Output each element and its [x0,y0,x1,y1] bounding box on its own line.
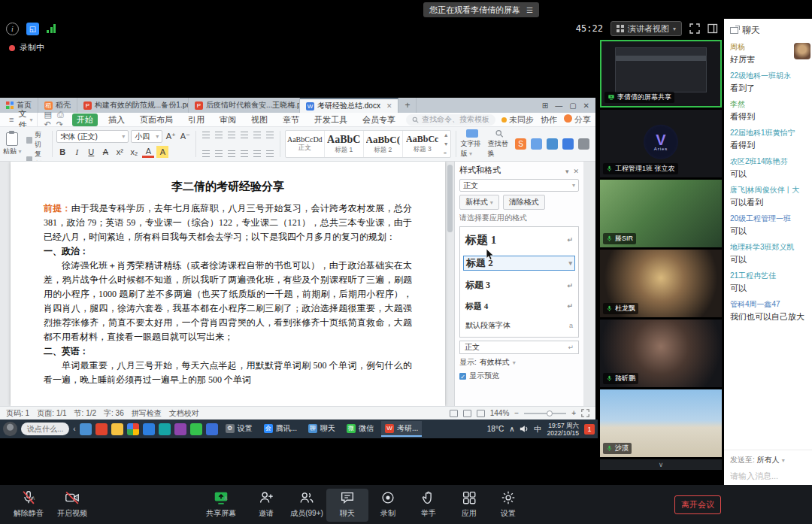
style-heading3[interactable]: AaBbCc标题 3 [403,131,442,157]
collapse-videos-button[interactable]: ∨ [600,459,722,470]
sync-status[interactable]: 未同步 [501,114,534,126]
menu-page-layout[interactable]: 页面布局 [135,114,177,126]
print-icon[interactable] [547,138,558,150]
new-style-button[interactable]: 新样式 ▾ [459,195,499,210]
document-scrollbar[interactable] [445,162,454,406]
shading-icon[interactable] [265,130,275,139]
app-icon[interactable] [159,423,171,435]
clear-format-button[interactable]: 清除格式 [503,195,545,210]
collab-button[interactable]: 协作 [541,114,557,126]
cut-button[interactable]: 剪切 [26,130,47,150]
app-icon[interactable] [206,423,218,435]
paragraph-mark-icon[interactable] [252,149,262,158]
taskbar-window-chat[interactable]: 聊聊天 [304,421,339,437]
share-screen-button[interactable]: ∧ 共享屏幕 [200,489,242,519]
tab-active-doc[interactable]: W考研经验总结.docx✕ [300,98,398,113]
fit-page-icon[interactable] [581,409,589,417]
start-video-button[interactable]: ∧ 开启视频 [51,489,93,519]
menu-section[interactable]: 章节 [278,114,304,126]
style-item-heading2[interactable]: 标题 2▾ [463,256,575,271]
folder-icon[interactable] [111,423,123,435]
app-icon[interactable] [190,423,202,435]
style-item-heading4[interactable]: 标题 4↵ [463,301,575,312]
share-button[interactable]: 分享 [564,114,591,126]
notification-badge[interactable]: 1 [584,424,595,435]
style-item-body[interactable]: 正文↵ [459,341,579,354]
font-size-select[interactable]: 小四▾ [131,130,162,143]
current-style-select[interactable]: 正文▾ [459,179,579,192]
style-heading2[interactable]: AaBbC(标题 2 [364,131,403,157]
status-spellcheck[interactable]: 拼写检查 [132,408,162,419]
raise-hand-button[interactable]: 举手 [408,489,450,519]
sogou-icon[interactable]: S [515,138,526,150]
network-signal-icon[interactable] [47,24,56,33]
chevron-up-icon[interactable]: ∧ [223,495,228,501]
align-left-icon[interactable] [201,149,211,158]
font-color-button[interactable]: A [142,146,154,158]
menu-references[interactable]: 引用 [183,114,209,126]
app-icon[interactable] [80,423,92,435]
indent-icon[interactable] [239,130,250,139]
participant-tile-dulongpiao[interactable]: 杜龙飘 [600,250,722,317]
paste-button[interactable]: 粘贴 ▾ [3,129,22,159]
taskbar-window-wechat[interactable]: 微微信 [343,421,377,437]
browser-icon[interactable] [127,423,139,435]
menu-start[interactable]: 开始 [72,114,98,126]
zoom-slider[interactable] [524,413,566,414]
more-tools-icon[interactable] [578,138,589,150]
text-typeset-button[interactable]: 文字排版 ▾ [460,129,483,159]
strikethrough-button[interactable]: A [99,146,111,158]
participant-tile-shamo[interactable]: 沙漠 [600,389,722,457]
increase-font-icon[interactable]: A⁺ [165,131,177,143]
underline-button[interactable]: U [85,146,97,158]
taskbar-clock[interactable]: 19:57 周六 2022/10/15 [547,422,579,437]
justify-icon[interactable] [239,149,250,158]
app-icon[interactable] [174,423,186,435]
gallery-down-icon[interactable]: ▼ [444,141,449,147]
pin-tool-icon[interactable] [531,138,542,150]
chat-button[interactable]: 聊天 [326,489,368,522]
status-words[interactable]: 字: 36 [104,408,124,419]
styles-show-filter[interactable]: 显示:有效样式▾ [459,357,579,368]
decrease-font-icon[interactable]: A⁻ [179,131,191,143]
ime-indicator[interactable]: 中 [534,424,541,435]
send-to-selector[interactable]: 发送至: 所有人 ▾ [730,455,806,465]
menu-review[interactable]: 审阅 [215,114,241,126]
banner-menu-icon[interactable]: ☰ [526,6,533,14]
status-proofing[interactable]: 文档校对 [169,408,199,419]
app-icon[interactable] [143,423,155,435]
align-center-icon[interactable] [214,149,224,158]
participant-tile-screen-share[interactable]: 李倩倩的屏幕共享 [600,40,722,108]
tray-expand-icon[interactable]: ∧ [509,425,514,433]
zoom-in-button[interactable]: + [571,409,576,417]
tab-pdf2[interactable]: P后疫情时代粮食安...王晓梅.pdf [189,98,300,113]
style-item-default-font[interactable]: 默认段落字体a [463,320,575,331]
volume-icon[interactable] [520,425,529,433]
avatar[interactable] [3,422,17,436]
style-normal[interactable]: AaBbCcDd正文 [286,131,325,157]
maximize-window-icon[interactable]: ▢ [569,101,576,110]
preview-checkbox[interactable]: ✓显示预览 [459,371,579,381]
participant-tile-tengsir[interactable]: 滕SIR [600,180,722,247]
superscript-button[interactable]: x² [114,146,126,158]
say-something-box[interactable]: 说点什么... [21,423,69,435]
outdent-icon[interactable] [226,130,237,139]
zoom-value[interactable]: 144% [490,409,510,417]
borders-icon[interactable] [265,149,275,158]
leave-meeting-button[interactable]: 离开会议 [674,495,721,514]
menu-view[interactable]: 视图 [247,114,272,126]
unmute-button[interactable]: ∧ 解除静音 [8,489,50,519]
align-right-icon[interactable] [226,149,237,158]
menu-dev-tools[interactable]: 开发工具 [310,114,352,126]
chevron-up-icon[interactable]: ∧ [31,495,35,501]
download-icon[interactable] [562,138,574,150]
web-view-icon[interactable] [463,410,471,417]
pin-icon[interactable]: ▾ [565,168,569,175]
minimize-window-icon[interactable]: — [555,101,562,110]
zoom-out-button[interactable]: − [514,409,519,417]
file-menu[interactable]: ≡文件▾ [5,113,38,126]
apps-button[interactable]: 应用 [448,489,490,519]
gallery-more-icon[interactable]: ≡ [444,150,449,156]
subscript-button[interactable]: x₂ [128,146,140,158]
taskbar-window-wps-doc[interactable]: W考研... [381,421,422,437]
